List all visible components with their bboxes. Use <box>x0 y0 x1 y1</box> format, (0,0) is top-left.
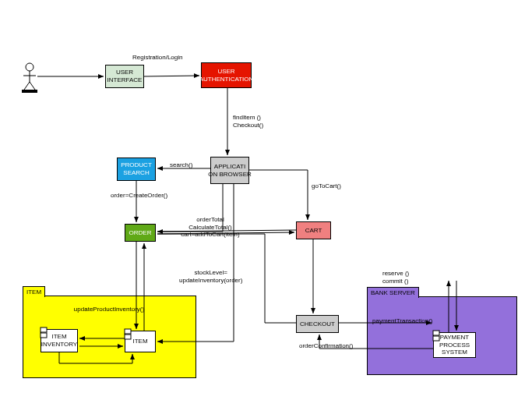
svg-line-4 <box>30 82 35 90</box>
product-search-box: PRODUCT SEARCH <box>117 158 156 181</box>
update-inv-label: updateProductInventory() <box>66 306 152 313</box>
payment-process-box-2: PAYMENT PROCESS SYSTEM <box>433 332 476 358</box>
reg-login-label: Registration/Login <box>132 54 182 62</box>
item-inventory-box-2: ITEM INVENTORY <box>41 329 78 352</box>
user-auth-box: USER AUTHENTICATION <box>201 62 252 88</box>
order-box: ORDER <box>125 224 156 242</box>
bank-server-folder-tab: BANK SERVER <box>367 287 419 298</box>
item-folder-tab: ITEM <box>23 286 45 297</box>
checkout-box: CHECKOUT <box>296 315 339 333</box>
create-order-label: order=CreateOrder() <box>111 192 159 200</box>
order-confirm-label: orderConfirmation() <box>299 342 354 350</box>
user-interface-box: USER INTERFACE <box>105 65 144 88</box>
search-label: search() <box>170 161 192 169</box>
stock-level-label: stockLevel= updateInventory(order) <box>179 269 242 284</box>
order-total-label: orderTotal CalculateTotal() cart=addToCa… <box>175 216 245 239</box>
application-browser-box: APPLICATI ON BROWSER <box>210 157 249 184</box>
svg-line-3 <box>24 82 30 90</box>
goto-cart-label: goToCart() <box>312 182 341 190</box>
find-checkout-label: findItem () Checkout() <box>233 114 263 129</box>
svg-point-0 <box>26 63 33 71</box>
svg-line-7 <box>144 76 199 76</box>
reserve-commit-label: reserve () commit () <box>382 270 409 285</box>
cart-box: CART <box>296 221 331 239</box>
svg-rect-5 <box>22 90 37 93</box>
item-box-2: ITEM <box>125 331 156 352</box>
payment-txn-label: paymentTransaction() <box>372 317 433 325</box>
actor <box>22 62 37 94</box>
